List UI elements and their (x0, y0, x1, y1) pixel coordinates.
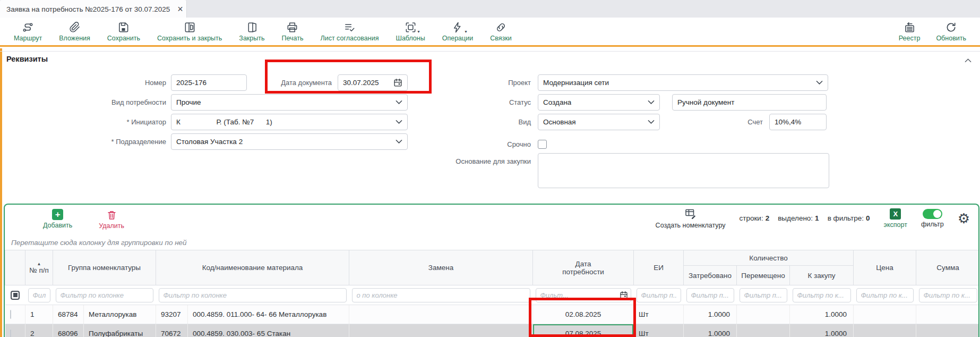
cell-material-code[interactable]: 93207 (156, 305, 188, 324)
save-and-close-icon (184, 21, 196, 33)
need-type-select[interactable]: Прочие (171, 94, 408, 111)
cell-material-name[interactable]: 000.4859. 011.000- 64- 66 Металлорукав (188, 305, 349, 324)
filter-zamena-input[interactable] (352, 288, 530, 302)
toolbar-button-print[interactable]: Печать (282, 21, 304, 42)
main-toolbar: Маршрут Вложения Сохранить Сохранить и з… (0, 18, 980, 47)
filter-date-input[interactable] (536, 288, 631, 302)
field-label-doc-date: Дата документа (250, 74, 332, 91)
add-row-button[interactable]: + Добавить (43, 209, 72, 229)
toolbar-button-save[interactable]: Сохранить (107, 21, 140, 42)
toolbar-button-templates[interactable]: ▾ Шаблоны (396, 21, 425, 42)
filter-toggle[interactable] (923, 209, 942, 219)
collapse-section-icon[interactable] (965, 55, 972, 65)
status-select[interactable]: Создана (538, 94, 660, 111)
calendar-icon[interactable] (393, 78, 402, 87)
header-requested[interactable]: Затребовано (684, 266, 737, 285)
doc-source-field[interactable]: Ручной документ (672, 94, 827, 111)
cell-group-code[interactable]: 68096 (53, 324, 84, 337)
initiator-select[interactable]: К Р. (Таб. №7 1) (171, 114, 408, 130)
filter-toggle-label: фильтр (921, 221, 944, 228)
header-num[interactable]: ▲№ п/п (25, 250, 53, 285)
cell-num[interactable]: 1 (25, 305, 53, 324)
cell-moved[interactable] (737, 305, 790, 324)
department-select[interactable]: Столовая Участка 2 (171, 133, 408, 150)
cell-group-name[interactable]: Полуфабрикаты (84, 324, 156, 337)
header-moved[interactable]: Перемещено (737, 266, 790, 285)
header-material[interactable]: Код/наименование материала (156, 250, 349, 285)
filter-to-purchase-input[interactable] (793, 288, 851, 302)
filter-material-input[interactable] (159, 288, 347, 302)
header-group[interactable]: Группа номенклатуры (53, 250, 156, 285)
filter-price (854, 285, 916, 305)
toolbar-button-close[interactable]: Закрыть (239, 21, 264, 42)
filter-ei-input[interactable] (637, 288, 681, 302)
toolbar-button-links[interactable]: Связки (490, 21, 511, 42)
cell-sum[interactable] (916, 305, 979, 324)
cell-zamena[interactable] (349, 305, 533, 324)
requisites-header-divider (0, 51, 980, 52)
toolbar-button-attachments[interactable]: Вложения (59, 21, 90, 42)
cell-num[interactable]: 2 (25, 324, 53, 337)
urgent-checkbox[interactable] (538, 140, 547, 149)
toolbar-button-route[interactable]: Маршрут (14, 21, 42, 42)
filter-moved-input[interactable] (740, 288, 787, 302)
cell-material-code[interactable]: 70672 (156, 324, 188, 337)
export-excel-button[interactable]: X экспорт (884, 208, 907, 229)
project-select[interactable]: Модернизация сети (538, 74, 828, 91)
filter-num-input[interactable] (28, 288, 50, 302)
toolbar-button-approval-sheet[interactable]: Лист согласования (320, 21, 379, 42)
cell-price[interactable] (854, 324, 916, 337)
cell-price[interactable] (854, 305, 916, 324)
cell-material-name[interactable]: 000.4859. 030.003- 65 Стакан (188, 324, 349, 337)
toolbar-button-save-close[interactable]: Сохранить и закрыть (157, 21, 222, 42)
number-field[interactable]: 2025-176 (171, 74, 247, 91)
cell-ei[interactable]: Шт (634, 324, 684, 337)
cell-need-date[interactable]: 02.08.2025 (533, 305, 634, 324)
doc-date-field[interactable]: 30.07.2025 (338, 74, 408, 91)
cell-requested[interactable]: 1.0000 (684, 305, 737, 324)
header-price[interactable]: Цена (854, 250, 916, 285)
delete-row-label: Удалить (99, 222, 124, 230)
table-row-selected[interactable]: 2 68096 Полуфабрикаты 70672 000.4859. 03… (5, 324, 980, 337)
account-field[interactable]: 10%,4% (769, 114, 827, 130)
header-sum[interactable]: Сумма (916, 250, 979, 285)
table-row[interactable]: 1 68784 Металлорукав 93207 000.4859. 011… (5, 305, 980, 324)
cell-requested[interactable]: 1.0000 (684, 324, 737, 337)
row-select-cell[interactable] (5, 305, 25, 324)
header-date[interactable]: Дата потребности (533, 250, 634, 285)
header-ei[interactable]: ЕИ (634, 250, 684, 285)
header-to-purchase[interactable]: К закупу (790, 266, 854, 285)
dropdown-caret-icon: ▾ (418, 29, 420, 34)
cell-to-purchase[interactable]: 1.0000 (790, 305, 854, 324)
select-all-checkbox[interactable] (11, 291, 20, 300)
row-checkbox[interactable] (10, 310, 11, 319)
cell-group-name[interactable]: Металлорукав (84, 305, 156, 324)
filter-group (53, 285, 156, 305)
filter-price-input[interactable] (856, 288, 914, 302)
filter-group-input[interactable] (56, 288, 153, 302)
gear-icon[interactable]: ⚙ (958, 212, 970, 225)
purchase-basis-textarea[interactable] (538, 153, 829, 188)
toolbar-button-operations[interactable]: ▾ Операции (442, 21, 473, 42)
cell-group-code[interactable]: 68784 (53, 305, 84, 324)
document-tab[interactable]: Заявка на потребность №2025-176 от 30.07… (0, 0, 187, 18)
create-nomenclature-button[interactable]: Создать номенклатуру (656, 207, 726, 229)
cell-moved[interactable] (737, 324, 790, 337)
tab-close-icon[interactable]: × (177, 4, 183, 14)
delete-row-button[interactable]: Удалить (99, 209, 124, 230)
cell-to-purchase[interactable]: 1.0000 (790, 324, 854, 337)
toolbar-button-label: Вложения (59, 35, 90, 42)
calendar-icon[interactable] (620, 291, 628, 299)
cell-need-date-focused[interactable]: 07.08.2025 (533, 324, 634, 337)
cell-ei[interactable]: Шт (634, 305, 684, 324)
filter-sum-input[interactable] (919, 288, 977, 302)
toolbar-button-refresh[interactable]: Обновить (936, 21, 966, 42)
row-select-cell[interactable] (5, 324, 25, 337)
kind-select[interactable]: Основная (538, 114, 660, 130)
cell-sum[interactable] (916, 324, 979, 337)
toolbar-button-registry[interactable]: Реестр (899, 21, 921, 42)
row-checkbox[interactable] (10, 329, 11, 337)
filter-requested-input[interactable] (686, 288, 734, 302)
header-zamena[interactable]: Замена (349, 250, 533, 285)
cell-zamena[interactable] (349, 324, 533, 337)
